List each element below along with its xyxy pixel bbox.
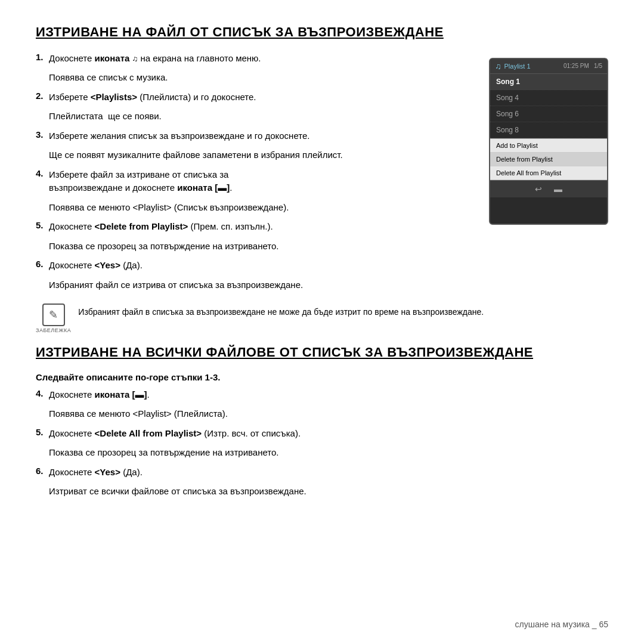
s2-step-number-6: 6. [36, 466, 47, 476]
step-text-3: Изберете желания списък за възпроизвежда… [49, 129, 309, 143]
song-item-2: Song 4 [490, 90, 607, 106]
note-box: ✎ ЗАБЕЛЕЖКА Избраният файл в списъка за … [36, 304, 608, 333]
menu-add-playlist: Add to Playlist [490, 139, 607, 153]
note-icon-wrap: ✎ ЗАБЕЛЕЖКА [36, 304, 71, 333]
music-note-icon: ♫ [495, 61, 501, 71]
step-number-2: 2. [36, 91, 47, 101]
step-6: 6. Докоснете <Yes> (Да). [36, 259, 471, 273]
song-item-1: Song 1 [490, 74, 607, 90]
menu-delete-playlist: Delete from Playlist [490, 153, 607, 166]
step-number-6: 6. [36, 259, 47, 269]
back-icon: ↩ [535, 184, 542, 194]
section2-title: ИЗТРИВАНЕ НА ВСИЧКИ ФАЙЛОВЕ ОТ СПИСЪК ЗА… [36, 344, 608, 361]
step-sub-6: Избраният файл се изтрива от списъка за … [49, 278, 471, 292]
menu-icon: ▬ [554, 184, 562, 194]
s2-step-text-4: Докоснете иконата [▬]. [49, 388, 150, 402]
section1-title: ИЗТРИВАНЕ НА ФАЙЛ ОТ СПИСЪК ЗА ВЪЗПРОИЗВ… [36, 24, 608, 41]
step-number-1: 1. [36, 52, 47, 62]
s2-step-text-6: Докоснете <Yes> (Да). [49, 466, 143, 479]
playlist-label: Playlist 1 [504, 63, 531, 70]
step-sub-5: Показва се прозорец за потвърждение на и… [49, 240, 471, 253]
step-3: 3. Изберете желания списък за възпроизве… [36, 129, 471, 143]
page-footer: слушане на музика _ 65 [515, 620, 608, 629]
step-1: 1. Докоснете иконата ♫ на екрана на глав… [36, 52, 471, 66]
note-text: Избраният файл в списъка за възпроизвежд… [78, 304, 484, 318]
menu-delete-all-playlist: Delete All from Playlist [490, 166, 607, 180]
phone-time: 01:25 PM [564, 63, 589, 69]
s2-step-sub-4: Появява се менюто <Playlist> (Плейлиста)… [49, 407, 608, 421]
step-sub-1: Появява се списък с музика. [49, 71, 471, 85]
s2-step-6: 6. Докоснете <Yes> (Да). [36, 466, 608, 479]
song-item-4: Song 8 [490, 122, 607, 138]
step-4: 4. Изберете файл за изтриване от списъка… [36, 168, 471, 195]
s2-step-sub-5: Показва се прозорец за потвърждение на и… [49, 446, 608, 460]
step-number-4: 4. [36, 168, 47, 178]
step-5: 5. Докоснете <Delete from Playlist> (Пре… [36, 220, 471, 234]
step-text-1: Докоснете иконата ♫ на екрана на главнот… [49, 52, 261, 66]
phone-menu: Add to Playlist Delete from Playlist Del… [490, 138, 607, 180]
section2: ИЗТРИВАНЕ НА ВСИЧКИ ФАЙЛОВЕ ОТ СПИСЪК ЗА… [36, 344, 608, 499]
step-sub-2: Плейлистата ще се появи. [49, 110, 471, 123]
song-item-3: Song 6 [490, 106, 607, 122]
step-number-5: 5. [36, 220, 47, 230]
step-text-4: Изберете файл за изтриване от списъка за… [49, 168, 232, 195]
step-sub-4: Появява се менюто <Playlist> (Списък въз… [49, 201, 471, 215]
phone-header-right: 01:25 PM 1/5 [564, 63, 602, 69]
phone-mockup: ♫ Playlist 1 01:25 PM 1/5 Song 1 Song 4 … [489, 58, 608, 225]
phone-count: 1/5 [594, 63, 602, 69]
step-text-6: Докоснете <Yes> (Да). [49, 259, 143, 273]
note-icon: ✎ [42, 304, 65, 326]
phone-header-left: ♫ Playlist 1 [495, 61, 531, 71]
s2-step-number-5: 5. [36, 427, 47, 437]
s2-step-5: 5. Докоснете <Delete All from Playlist> … [36, 427, 608, 441]
s2-step-4: 4. Докоснете иконата [▬]. [36, 388, 608, 402]
note-label: ЗАБЕЛЕЖКА [36, 327, 71, 333]
s2-step-number-4: 4. [36, 388, 47, 398]
phone-footer: ↩ ▬ [490, 180, 607, 197]
step-number-3: 3. [36, 129, 47, 140]
song-list: Song 1 Song 4 Song 6 Song 8 [490, 74, 607, 138]
step-text-5: Докоснете <Delete from Playlist> (Прем. … [49, 220, 273, 234]
phone-header: ♫ Playlist 1 01:25 PM 1/5 [490, 59, 607, 74]
s2-step-sub-6: Изтриват се всички файлове от списъка за… [49, 485, 608, 499]
follow-steps: Следвайте описаните по-горе стъпки 1-3. [36, 372, 608, 382]
step-sub-3: Ще се появят музикалните файлове запамет… [49, 148, 471, 162]
section1-instructions: 1. Докоснете иконата ♫ на екрана на глав… [36, 52, 471, 298]
step-text-2: Изберете <Playlists> (Плейлиста) и го до… [49, 91, 256, 104]
step-2: 2. Изберете <Playlists> (Плейлиста) и го… [36, 91, 471, 104]
s2-step-text-5: Докоснете <Delete All from Playlist> (Из… [49, 427, 301, 441]
